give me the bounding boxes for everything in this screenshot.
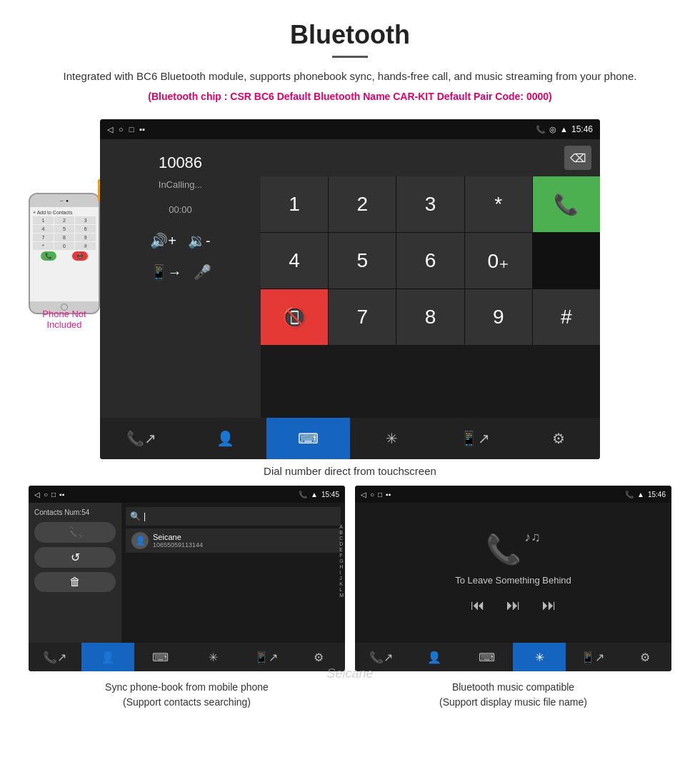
phone-key-6[interactable]: 6	[75, 225, 96, 233]
bottom-screens: ◁ ○ □ ▪▪ 📞 ▲ 15:45 Contacts Num:54 📞	[0, 486, 700, 671]
circle-icon: ○	[119, 125, 124, 134]
phone-bottom-btn-row: 📞 📵	[33, 251, 96, 261]
microphone-icon[interactable]: 🎤	[194, 264, 211, 281]
nav-contacts[interactable]: 👤	[184, 418, 267, 459]
key-1[interactable]: 1	[261, 176, 328, 232]
alpha-i: I	[339, 570, 344, 575]
phonebook-caption-text: Sync phone-book from mobile phone(Suppor…	[105, 681, 269, 708]
phone-key-9[interactable]: 9	[75, 234, 96, 241]
nav-call-transfer[interactable]: 📞↗	[100, 418, 184, 459]
pb-wifi-icon: ▲	[311, 491, 318, 498]
phone-key-5[interactable]: 5	[54, 225, 75, 233]
phone-top-bar: ─ ●	[30, 194, 99, 207]
alpha-k: K	[339, 581, 344, 586]
search-cursor: |	[144, 511, 146, 521]
music-phone-icon: 📞	[486, 533, 521, 566]
key-0plus[interactable]: 0₊	[465, 233, 532, 289]
phone-key-hash[interactable]: #	[75, 242, 96, 250]
music-nav-contacts[interactable]: 👤	[408, 643, 461, 671]
key-2[interactable]: 2	[329, 176, 396, 232]
backspace-button[interactable]: ⌫	[564, 146, 591, 170]
main-bottom-nav: 📞↗ 👤 ⌨ ✳ 📱↗ ⚙	[100, 418, 600, 459]
volume-up-icon[interactable]: 🔊+	[150, 232, 176, 249]
phone-key-7[interactable]: 7	[33, 234, 54, 241]
phone-call-button[interactable]: 📞	[41, 251, 56, 261]
phone-key-star[interactable]: *	[33, 242, 54, 250]
phone-key-8[interactable]: 8	[54, 234, 75, 241]
call-red-button[interactable]: 📵	[261, 289, 328, 345]
pb-call-btn[interactable]: 📞	[34, 522, 116, 543]
key-8[interactable]: 8	[396, 289, 464, 345]
contact-info: Seicane 10655059113144	[153, 533, 203, 548]
pb-recents-icon: □	[51, 491, 56, 498]
key-star[interactable]: *	[465, 176, 532, 232]
call-green-button[interactable]: 📞	[533, 176, 600, 232]
phone-key-3[interactable]: 3	[75, 216, 96, 224]
main-dial-screen: ◁ ○ □ ▪▪ 📞 ◎ ▲ 15:46 10086 InCalling...	[100, 119, 600, 459]
page-wrapper: Bluetooth Integrated with BC6 Bluetooth …	[0, 0, 700, 717]
pb-search-bar[interactable]: 🔍 |	[126, 507, 341, 526]
alpha-m: M	[339, 593, 344, 598]
key-hash[interactable]: #	[533, 289, 600, 345]
music-note-icon: ♪♫	[524, 530, 541, 545]
key-6[interactable]: 6	[396, 233, 464, 289]
nav-settings[interactable]: ⚙	[516, 418, 600, 459]
phone-transfer-icon[interactable]: 📱→	[150, 264, 182, 281]
pb-nav-contacts[interactable]: 👤	[81, 643, 134, 671]
pb-nav-settings[interactable]: ⚙	[292, 643, 345, 671]
status-bar-left: ◁ ○ □ ▪▪	[107, 125, 145, 134]
music-nav-bluetooth[interactable]: ✳	[513, 643, 566, 671]
pb-refresh-btn[interactable]: ↺	[34, 547, 116, 568]
play-pause-button[interactable]: ⏭	[506, 597, 521, 613]
music-screen: ◁ ○ □ ▪▪ 📞 ▲ 15:46 📞 ♪♫	[355, 486, 671, 671]
phone-key-0[interactable]: 0	[54, 242, 75, 250]
phone-key-1[interactable]: 1	[33, 216, 54, 224]
music-nav-phone-out[interactable]: 📱↗	[566, 643, 619, 671]
music-screen-wrap: ◁ ○ □ ▪▪ 📞 ▲ 15:46 📞 ♪♫	[355, 486, 671, 671]
alpha-j: J	[339, 576, 344, 581]
nav-phone-out[interactable]: 📱↗	[434, 418, 517, 459]
phone-status-icon: 📞	[536, 125, 546, 134]
phone-key-4[interactable]: 4	[33, 225, 54, 233]
music-nav-settings[interactable]: ⚙	[619, 643, 671, 671]
key-7[interactable]: 7	[329, 289, 396, 345]
alpha-d: D	[339, 541, 344, 546]
title-underline	[332, 56, 368, 58]
pb-nav-bluetooth[interactable]: ✳	[186, 643, 239, 671]
dial-content: 10086 InCalling... 00:00 🔊+ 🔉- 📱→ 🎤	[100, 139, 600, 418]
next-track-button[interactable]: ⏭	[542, 597, 556, 613]
page-description: Integrated with BC6 Bluetooth module, su…	[29, 68, 671, 85]
phone-end-button[interactable]: 📵	[72, 251, 88, 261]
key-9[interactable]: 9	[465, 289, 532, 345]
music-home-icon: ○	[370, 491, 374, 498]
pb-nav-keypad[interactable]: ⌨	[134, 643, 187, 671]
nav-bluetooth[interactable]: ✳	[350, 418, 434, 459]
calling-status: InCalling...	[159, 179, 202, 190]
music-nav-call[interactable]: 📞↗	[355, 643, 408, 671]
volume-controls: 🔊+ 🔉-	[150, 232, 210, 249]
pb-contact-item[interactable]: 👤 Seicane 10655059113144	[126, 528, 341, 553]
pb-status-bar: ◁ ○ □ ▪▪ 📞 ▲ 15:45	[29, 486, 345, 503]
volume-down-icon[interactable]: 🔉-	[188, 232, 211, 249]
alpha-a: A	[339, 524, 344, 529]
key-4[interactable]: 4	[261, 233, 328, 289]
phonebook-screen: ◁ ○ □ ▪▪ 📞 ▲ 15:45 Contacts Num:54 📞	[29, 486, 345, 671]
pb-home-icon: ○	[44, 491, 48, 498]
pb-phone-icon: 📞	[299, 491, 307, 498]
prev-track-button[interactable]: ⏮	[471, 597, 485, 613]
dial-numpad: ⌫ 1 2 3 * 📞 4 5 6 0₊ 📵 7 8	[261, 139, 600, 418]
pb-nav-phone-out[interactable]: 📱↗	[239, 643, 292, 671]
pb-back-icon: ◁	[34, 491, 40, 498]
music-nav-keypad[interactable]: ⌨	[461, 643, 514, 671]
phone-mockup: ─ ● + Add to Contacts 1 2 3 4 5 6 7	[29, 193, 100, 314]
key-3[interactable]: 3	[396, 176, 464, 232]
phone-key-2[interactable]: 2	[54, 216, 75, 224]
pb-nav-call[interactable]: 📞↗	[29, 643, 81, 671]
music-time: 15:46	[648, 491, 666, 498]
key-5[interactable]: 5	[329, 233, 396, 289]
nav-keypad[interactable]: ⌨	[266, 418, 350, 459]
main-caption: Dial number direct from touchscreen	[0, 465, 700, 477]
pb-bottom-nav: 📞↗ 👤 ⌨ ✳ 📱↗ ⚙	[29, 643, 345, 671]
pb-delete-btn[interactable]: 🗑	[34, 572, 116, 592]
dial-number: 10086	[159, 154, 202, 172]
